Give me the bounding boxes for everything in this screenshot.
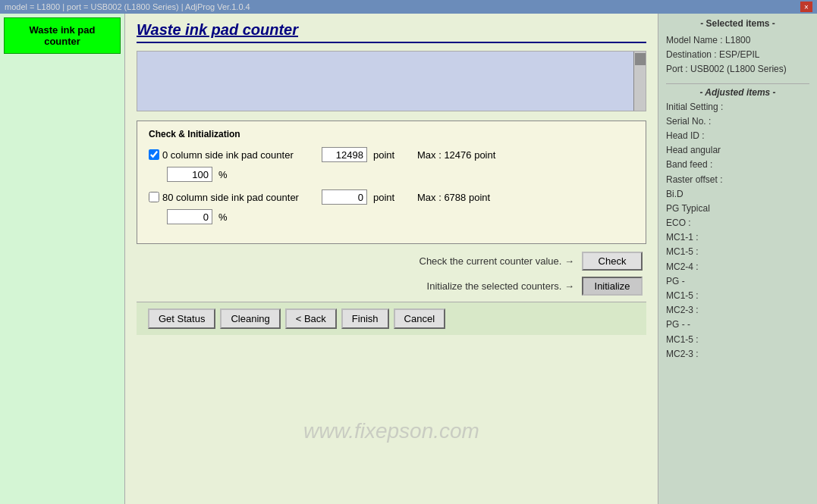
pg-typical: PG Typical — [666, 202, 809, 216]
counter2-unit: point — [373, 192, 396, 203]
counter2-row: 80 column side ink pad counter point Max… — [149, 189, 634, 205]
title-bar: model = L1800 | port = USB002 (L1800 Ser… — [0, 0, 817, 14]
init-action-row: Initialize the selected counters. → Init… — [137, 277, 646, 296]
counter2-value[interactable] — [322, 189, 367, 205]
cleaning-button[interactable]: Cleaning — [220, 308, 280, 329]
counter1-checkbox[interactable] — [149, 149, 159, 160]
counter1-unit: point — [373, 149, 396, 161]
counter1-percent-unit: % — [218, 169, 241, 180]
scrollbar[interactable] — [633, 52, 646, 111]
counter1-percent-row: % — [167, 167, 634, 182]
eco: ECO : — [666, 216, 809, 230]
mc1-5-1: MC1-5 : — [666, 245, 809, 259]
adjusted-items-title: - Adjusted items - — [666, 87, 809, 98]
model-name: Model Name : L1800 — [666, 33, 809, 48]
counter2-label-text: 80 column side ink pad counter — [162, 192, 299, 203]
get-status-button[interactable]: Get Status — [148, 308, 215, 329]
counter1-row: 0 column side ink pad counter point Max … — [149, 147, 634, 162]
check-button[interactable]: Check — [582, 252, 643, 271]
port: Port : USB002 (L1800 Series) — [666, 62, 809, 77]
check-action-label: Check the current counter value. → — [419, 255, 575, 267]
head-angular: Head angular — [666, 143, 809, 158]
check-action-row: Check the current counter value. → Check — [137, 252, 646, 271]
counter2-checkbox[interactable] — [149, 192, 159, 202]
display-area — [137, 51, 646, 111]
pg-dash2: PG - - — [666, 318, 809, 332]
adjusted-items-section: Initial Setting : Serial No. : Head ID :… — [666, 100, 809, 362]
initialize-button[interactable]: Initialize — [582, 277, 643, 296]
counter2-label[interactable]: 80 column side ink pad counter — [149, 192, 316, 203]
bi-d: Bi.D — [666, 187, 809, 202]
counter1-value[interactable] — [322, 147, 367, 162]
init-action-label: Initialize the selected counters. → — [427, 280, 574, 292]
mc2-3-2: MC2-3 : — [666, 347, 809, 362]
back-button[interactable]: < Back — [285, 308, 337, 329]
raster-offset: Raster offset : — [666, 173, 809, 187]
mc2-3-1: MC2-3 : — [666, 303, 809, 318]
counter1-label-text: 0 column side ink pad counter — [162, 149, 294, 161]
counter2-percent[interactable] — [167, 209, 212, 224]
scrollbar-thumb — [635, 53, 646, 65]
counter1-label[interactable]: 0 column side ink pad counter — [149, 149, 316, 161]
initial-setting: Initial Setting : — [666, 100, 809, 114]
serial-no: Serial No. : — [666, 114, 809, 129]
check-init-title: Check & Initialization — [149, 129, 634, 139]
title-bar-text: model = L1800 | port = USB002 (L1800 Ser… — [5, 2, 250, 11]
left-sidebar: Waste ink padcounter — [0, 14, 125, 504]
sidebar-item-waste-ink[interactable]: Waste ink padcounter — [4, 17, 121, 54]
band-feed: Band feed : — [666, 158, 809, 172]
cancel-button[interactable]: Cancel — [394, 308, 445, 329]
selected-items-title: - Selected items - — [666, 18, 809, 29]
pg-dash: PG - — [666, 274, 809, 289]
watermark: www.fixepson.com — [303, 419, 479, 443]
counter2-max: Max : 6788 point — [417, 192, 490, 203]
counter1-max: Max : 12476 point — [417, 149, 495, 161]
destination: Destination : ESP/EPIL — [666, 48, 809, 62]
close-button[interactable]: × — [800, 2, 812, 12]
check-init-box: Check & Initialization 0 column side ink… — [137, 121, 646, 244]
mc2-4: MC2-4 : — [666, 260, 809, 274]
page-title: Waste ink pad counter — [137, 21, 646, 43]
finish-button[interactable]: Finish — [341, 308, 389, 329]
head-id: Head ID : — [666, 129, 809, 143]
bottom-bar: Get Status Cleaning < Back Finish Cancel — [137, 302, 646, 335]
counter2-percent-row: % — [167, 209, 634, 224]
mc1-5-3: MC1-5 : — [666, 333, 809, 347]
mc1-1: MC1-1 : — [666, 230, 809, 245]
counter1-percent[interactable] — [167, 167, 212, 182]
selected-items-section: Model Name : L1800 Destination : ESP/EPI… — [666, 33, 809, 77]
mc1-5-2: MC1-5 : — [666, 289, 809, 303]
right-sidebar: - Selected items - Model Name : L1800 De… — [658, 14, 817, 504]
counter2-percent-unit: % — [218, 211, 241, 223]
center-content: Waste ink pad counter Check & Initializa… — [125, 14, 658, 504]
